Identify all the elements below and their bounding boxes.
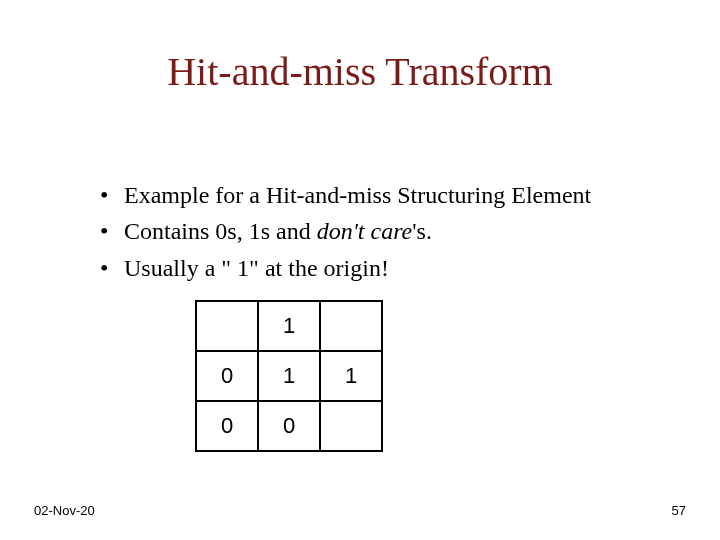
- grid-cell: 1: [258, 351, 320, 401]
- bullet-list: Example for a Hit-and-miss Structuring E…: [60, 179, 700, 288]
- grid-cell: 1: [258, 301, 320, 351]
- bullet-item: Contains 0s, 1s and don't care's.: [100, 215, 700, 247]
- structuring-element-grid: 1 0 1 1 0 0: [195, 300, 383, 452]
- bullet-item: Example for a Hit-and-miss Structuring E…: [100, 179, 700, 211]
- bullet-text: Example for a Hit-and-miss Structuring E…: [124, 182, 591, 208]
- footer-page-number: 57: [672, 503, 686, 518]
- bullet-text-suffix: 's.: [412, 218, 432, 244]
- bullet-text-italic: don't care: [317, 218, 413, 244]
- bullet-text: Usually a " 1" at the origin!: [124, 255, 389, 281]
- bullet-item: Usually a " 1" at the origin!: [100, 252, 700, 284]
- grid-cell: [196, 301, 258, 351]
- slide-title: Hit-and-miss Transform: [0, 48, 720, 95]
- grid-row: 1: [196, 301, 382, 351]
- footer-date: 02-Nov-20: [34, 503, 95, 518]
- grid-row: 0 1 1: [196, 351, 382, 401]
- grid-cell: 0: [196, 401, 258, 451]
- grid-cell: [320, 301, 382, 351]
- grid-cell: 0: [258, 401, 320, 451]
- bullet-text-prefix: Contains 0s, 1s and: [124, 218, 317, 244]
- grid-cell: 1: [320, 351, 382, 401]
- slide: Hit-and-miss Transform Example for a Hit…: [0, 0, 720, 540]
- grid-row: 0 0: [196, 401, 382, 451]
- grid-cell: 0: [196, 351, 258, 401]
- grid-cell: [320, 401, 382, 451]
